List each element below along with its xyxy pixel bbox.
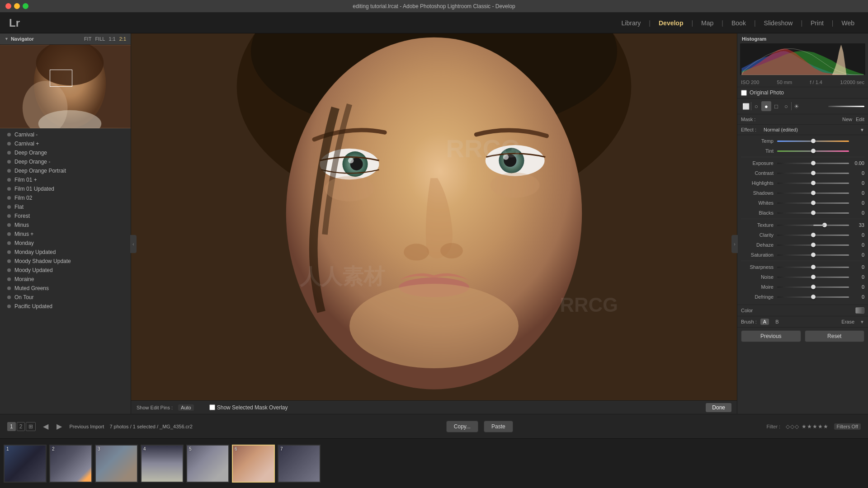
photo-count: 7 photos / 1 selected / _MG_4356.cr2 — [109, 424, 192, 429]
original-photo-checkbox[interactable] — [741, 90, 747, 96]
nav-develop[interactable]: Develop — [654, 18, 688, 28]
preset-film02[interactable]: Film 02 — [0, 193, 131, 202]
image-view: RRCG 人人素材 RRCG — [131, 33, 737, 400]
defringe-thumb[interactable] — [811, 295, 816, 299]
red-eye-tool[interactable]: □ — [771, 101, 781, 111]
shadows-thumb[interactable] — [811, 191, 816, 195]
overlay-checkbox-input[interactable] — [209, 404, 215, 410]
spot-removal-tool[interactable]: ○ — [751, 101, 761, 111]
mask-new-button[interactable]: New — [842, 117, 852, 122]
film-item-4[interactable]: 4 — [141, 445, 184, 483]
previous-button[interactable]: Previous — [741, 330, 801, 342]
highlights-track — [777, 183, 849, 184]
blacks-slider-row: Blacks 0 — [741, 209, 864, 217]
mask-row: Mask : New Edit — [737, 114, 868, 125]
nav-web[interactable]: Web — [837, 18, 859, 28]
mask-tool[interactable]: ● — [761, 101, 771, 111]
view-single[interactable]: 1 — [7, 422, 16, 431]
crop-tool[interactable]: ⬜ — [741, 101, 751, 111]
temp-track — [777, 141, 849, 142]
next-arrow[interactable]: ▶ — [55, 422, 64, 431]
exposure-thumb[interactable] — [811, 161, 816, 165]
paste-button[interactable]: Paste — [484, 421, 513, 432]
presets-list: Carnival - Carnival + Deep Orange Deep O… — [0, 128, 131, 414]
preset-film01-plus[interactable]: Film 01 + — [0, 175, 131, 184]
filters-off[interactable]: Filters Off — [834, 423, 861, 430]
film-item-6[interactable]: 6 — [232, 445, 275, 483]
preset-carnival-plus[interactable]: Carnival + — [0, 139, 131, 148]
sun-tool[interactable]: ☀ — [792, 101, 802, 111]
effect-dropdown[interactable]: ▼ — [860, 127, 864, 132]
clarity-thumb[interactable] — [811, 233, 816, 237]
preset-deep-orange-portrait[interactable]: Deep Orange Portrait — [0, 166, 131, 175]
tint-track — [777, 150, 849, 152]
copy-button[interactable]: Copy... — [446, 421, 478, 432]
nav-slideshow[interactable]: Slideshow — [760, 18, 797, 28]
nav-book[interactable]: Book — [727, 18, 750, 28]
brush-a[interactable]: A — [760, 319, 769, 325]
clarity-track — [777, 235, 849, 236]
right-panel-collapse[interactable]: › — [731, 235, 738, 253]
moire-thumb[interactable] — [811, 285, 816, 289]
preset-pacific-updated[interactable]: Pacific Updated — [0, 302, 131, 311]
import-info: Previous Import — [69, 424, 104, 429]
texture-track — [777, 225, 849, 226]
preset-forest[interactable]: Forest — [0, 211, 131, 221]
blacks-thumb[interactable] — [811, 211, 816, 215]
nav-library[interactable]: Library — [617, 18, 646, 28]
left-panel-collapse[interactable]: ‹ — [130, 235, 137, 253]
preset-moraine[interactable]: Moraine — [0, 275, 131, 284]
noise-thumb[interactable] — [811, 275, 816, 279]
done-button[interactable]: Done — [706, 403, 731, 412]
nav-print[interactable]: Print — [806, 18, 828, 28]
nav-map[interactable]: Map — [697, 18, 718, 28]
preset-monday[interactable]: Monday — [0, 239, 131, 248]
close-button[interactable] — [5, 3, 11, 9]
view-compare[interactable]: 2 — [17, 422, 25, 431]
zoom-2to1[interactable]: 2:1 — [119, 36, 126, 42]
prev-arrow[interactable]: ◀ — [41, 422, 50, 431]
film-item-7[interactable]: 7 — [278, 445, 321, 483]
view-grid[interactable]: ⊞ — [26, 422, 36, 431]
reset-button[interactable]: Reset — [805, 330, 865, 342]
color-swatch[interactable] — [855, 307, 864, 314]
brush-b[interactable]: B — [773, 319, 781, 325]
sharpness-thumb[interactable] — [811, 265, 816, 269]
preset-muted-greens[interactable]: Muted Greens — [0, 284, 131, 293]
mask-edit-button[interactable]: Edit — [856, 117, 864, 122]
saturation-thumb[interactable] — [811, 253, 816, 257]
preset-moody-shadow-update[interactable]: Moody Shadow Update — [0, 257, 131, 266]
preset-flat[interactable]: Flat — [0, 202, 131, 211]
preset-film01-updated[interactable]: Film 01 Updated — [0, 184, 131, 193]
brush-dropdown[interactable]: ▼ — [860, 319, 864, 324]
preset-deep-orange[interactable]: Deep Orange — [0, 148, 131, 157]
preset-monday-updated[interactable]: Monday Updated — [0, 248, 131, 257]
zoom-fit[interactable]: FIT — [84, 36, 92, 42]
film-item-5[interactable]: 5 — [186, 445, 229, 483]
preset-deep-orange-minus[interactable]: Deep Orange - — [0, 157, 131, 166]
brush-erase[interactable]: Erase — [841, 319, 854, 324]
whites-thumb[interactable] — [811, 201, 816, 205]
preset-moody-updated[interactable]: Moody Updated — [0, 266, 131, 275]
dehaze-thumb[interactable] — [811, 243, 816, 247]
zoom-fill[interactable]: FILL — [95, 36, 105, 42]
film-item-2[interactable]: 2 — [49, 445, 92, 483]
show-edit-pins-value[interactable]: Auto — [178, 404, 194, 411]
whites-slider-row: Whites 0 — [741, 199, 864, 207]
tint-thumb[interactable] — [811, 149, 816, 153]
highlights-thumb[interactable] — [811, 181, 816, 185]
moire-label: Moire — [741, 284, 774, 290]
contrast-thumb[interactable] — [811, 171, 816, 175]
maximize-button[interactable] — [23, 3, 28, 9]
minimize-button[interactable] — [14, 3, 20, 9]
zoom-1to1[interactable]: 1:1 — [108, 36, 115, 42]
film-item-1[interactable]: 1 — [4, 445, 47, 483]
show-overlay-checkbox[interactable]: Show Selected Mask Overlay — [209, 404, 288, 411]
preset-minus-plus[interactable]: Minus + — [0, 230, 131, 239]
preset-on-tour[interactable]: On Tour — [0, 293, 131, 302]
graduated-filter[interactable]: ○ — [781, 101, 791, 111]
temp-thumb[interactable] — [811, 139, 816, 143]
film-item-3[interactable]: 3 — [95, 445, 138, 483]
preset-carnival-minus[interactable]: Carnival - — [0, 130, 131, 139]
preset-minus[interactable]: Minus — [0, 221, 131, 230]
